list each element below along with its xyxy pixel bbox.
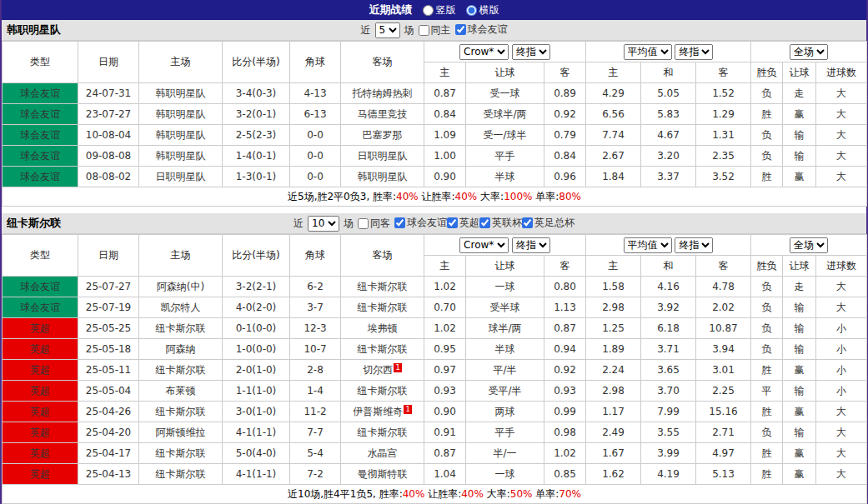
corner-score: 6-2: [290, 277, 341, 297]
avg-home-odds: 2.67: [586, 146, 641, 167]
avg-draw-odds: 5.05: [641, 83, 696, 104]
home-team-link[interactable]: 阿森纳: [139, 339, 223, 360]
result-handicap: 赢: [783, 167, 816, 187]
col-handicap: 让球: [466, 256, 544, 277]
competition-label: 球会友谊: [468, 22, 508, 37]
scope-select[interactable]: 全场: [790, 237, 828, 253]
avg-select[interactable]: 平均值: [624, 237, 672, 253]
away-team-link[interactable]: 水晶宫: [341, 443, 424, 464]
home-team-link[interactable]: 凯尔特人: [139, 297, 223, 318]
match-type-badge: 球会友谊: [3, 125, 78, 146]
col-away: 客场: [341, 235, 424, 277]
away-team-link[interactable]: 日职明星队: [341, 146, 424, 167]
away-odds: 0.92: [544, 360, 586, 381]
away-team-link[interactable]: 纽卡斯尔联: [341, 339, 424, 360]
odds-company-select[interactable]: Crow*: [459, 44, 509, 60]
competition-option[interactable]: 球会友谊: [394, 216, 447, 230]
competition-option[interactable]: 英联杯: [479, 216, 522, 230]
competition-checkbox[interactable]: [522, 217, 533, 228]
summary-stat-label: 胜率:: [373, 191, 396, 202]
competition-checkbox[interactable]: [447, 217, 458, 228]
corner-score: 0-0: [290, 167, 341, 187]
home-team-link[interactable]: 纽卡斯尔联: [139, 360, 223, 381]
same-venue-checkbox[interactable]: [358, 218, 369, 229]
away-team-link[interactable]: 切尔西1: [341, 360, 424, 381]
home-team-link[interactable]: 纽卡斯尔联: [139, 318, 223, 339]
away-team-link[interactable]: 埃弗顿: [341, 318, 424, 339]
vertical-layout-radio[interactable]: [423, 5, 434, 16]
avg-draw-odds: 4.16: [641, 277, 696, 297]
match-date: 25-04-26: [78, 402, 139, 422]
home-team-link[interactable]: 纽卡斯尔联: [139, 402, 223, 422]
away-team-link[interactable]: 纽卡斯尔联: [341, 381, 424, 402]
handicap-line: 受一球: [466, 83, 544, 104]
odds-time-select[interactable]: 终指: [512, 237, 550, 253]
match-row: 球会友谊08-08-02日职明星队1-3(0-1)0-0韩职明星队0.90半球0…: [3, 167, 867, 187]
competition-checkbox[interactable]: [479, 217, 490, 228]
away-team-link[interactable]: 巴塞罗那: [341, 125, 424, 146]
odds-time-select[interactable]: 终指: [512, 44, 550, 60]
home-team-link[interactable]: 阿森纳(中): [139, 277, 223, 297]
away-team-link[interactable]: 纽卡斯尔联: [341, 297, 424, 318]
competition-checkbox[interactable]: [455, 24, 466, 35]
away-team-link[interactable]: 托特纳姆热刺: [341, 83, 424, 104]
section-divider: [2, 207, 866, 213]
home-team-link[interactable]: 韩职明星队: [139, 125, 223, 146]
match-type-badge: 球会友谊: [3, 297, 78, 318]
avg-time-select[interactable]: 终指: [675, 237, 713, 253]
match-row: 英超25-04-26纽卡斯尔联3-0(1-0)11-2伊普斯维奇10.90两球0…: [3, 402, 867, 422]
same-venue-option[interactable]: 同客: [358, 217, 390, 231]
horizontal-layout-radio[interactable]: [466, 5, 477, 16]
away-team-link[interactable]: 曼彻斯特联: [341, 464, 424, 485]
away-team-link[interactable]: 纽卡斯尔联: [341, 277, 424, 297]
same-venue-checkbox[interactable]: [419, 25, 429, 36]
summary-stat-label: 大率:: [484, 488, 510, 500]
match-row: 英超25-04-13纽卡斯尔联4-1(1-1)7-2曼彻斯特联1.04一球0.8…: [3, 464, 867, 485]
home-team-link[interactable]: 阿斯顿维拉: [139, 422, 223, 443]
col-avg-home: 主: [586, 256, 641, 277]
home-team-link[interactable]: 韩职明星队: [139, 83, 223, 104]
summary-record: 近10场,胜4平1负5,: [288, 488, 379, 500]
avg-draw-odds: 3.20: [641, 146, 696, 167]
avg-time-select[interactable]: 终指: [675, 44, 713, 60]
avg-select[interactable]: 平均值: [624, 44, 672, 60]
away-team-link[interactable]: 伊普斯维奇1: [341, 402, 424, 422]
corner-score: 0-0: [290, 125, 341, 146]
home-team-link[interactable]: 韩职明星队: [139, 104, 223, 125]
handicap-line: 一球: [466, 277, 544, 297]
section-summary: 近10场,胜4平1负5, 胜率:40% 让胜率:40% 大率:50% 单率:70…: [3, 485, 867, 504]
match-date: 25-05-25: [78, 318, 139, 339]
col-asian: 让球: [783, 256, 816, 277]
scope-select[interactable]: 全场: [790, 44, 828, 60]
home-team-link[interactable]: 纽卡斯尔联: [139, 464, 223, 485]
competition-option[interactable]: 英超: [447, 216, 479, 230]
corner-score: 3-7: [290, 297, 341, 318]
col-odds-away: 客: [544, 62, 586, 83]
match-date: 23-07-27: [78, 104, 139, 125]
match-date: 25-05-04: [78, 381, 139, 402]
recent-count-select[interactable]: 10: [308, 216, 339, 232]
odds-company-select[interactable]: Crow*: [459, 237, 509, 253]
away-team-link[interactable]: 马德里竞技: [341, 104, 424, 125]
home-team-link[interactable]: 纽卡斯尔联: [139, 443, 223, 464]
home-team-link[interactable]: 韩职明星队: [139, 146, 223, 167]
recent-count-select[interactable]: 5: [375, 22, 400, 38]
avg-home-odds: 1.67: [586, 443, 641, 464]
home-odds: 0.84: [424, 104, 466, 125]
layout-horizontal-option[interactable]: 横版: [466, 3, 499, 17]
layout-vertical-option[interactable]: 竖版: [423, 3, 456, 17]
match-score: 3-2(0-1): [223, 104, 290, 125]
same-venue-option[interactable]: 同主: [419, 23, 451, 37]
home-team-link[interactable]: 日职明星队: [139, 167, 223, 187]
avg-away-odds: 4.97: [696, 443, 751, 464]
home-team-link[interactable]: 布莱顿: [139, 381, 223, 402]
result-goals: 大: [816, 104, 867, 125]
red-card-badge: 1: [404, 405, 412, 414]
competition-option[interactable]: 球会友谊: [455, 22, 508, 37]
col-avg-draw: 和: [641, 62, 696, 83]
away-team-link[interactable]: 韩职明星队: [341, 167, 424, 187]
competition-option[interactable]: 英足总杯: [522, 216, 574, 230]
handicap-line: 一球: [466, 464, 544, 485]
competition-checkbox[interactable]: [394, 217, 405, 228]
away-team-link[interactable]: 纽卡斯尔联: [341, 422, 424, 443]
